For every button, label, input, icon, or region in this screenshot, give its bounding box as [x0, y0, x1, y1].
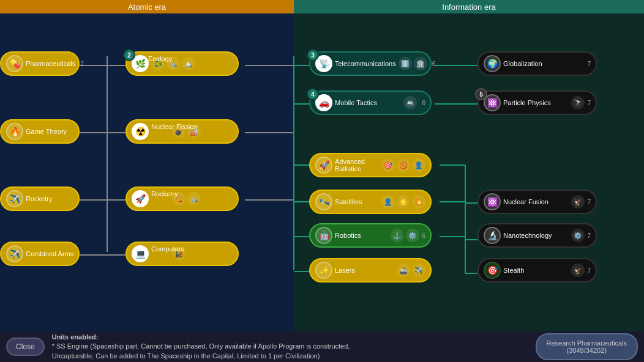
ecology-num: 2 [123, 49, 135, 61]
nanotechnology-icon: 🔬 [484, 227, 501, 244]
research-button[interactable]: Research Pharmaceuticals (3049/34202) [536, 333, 638, 360]
robotics-icon: 🤖 [315, 227, 332, 244]
tech-nanotechnology[interactable]: 🔬 Nanotechnology ⚙️ 7 [477, 223, 597, 248]
tech-particle-physics[interactable]: 5 ⚛️ Particle Physics 🔭 7 [477, 90, 597, 115]
tech-tree-area: 💊 Pharmaceuticals 2 2 🌿 ♻️ ⛰️ 🏔️ Ecology… [0, 13, 644, 331]
game-theory-icon: 🔥 [6, 123, 23, 140]
tech-robotics[interactable]: 🤖 Robotics ⚓ ⚙️ 6 [309, 223, 432, 248]
tech-telecommunications[interactable]: 3 📡 Telecommunications ℹ️ 🏛️ 6 [309, 51, 432, 76]
rocketry-icon: 🚀 [132, 190, 149, 207]
nuclear-fusion-icon: ⚛️ [484, 193, 501, 210]
nuclear-fission-icon: ☢️ [132, 123, 149, 140]
particle-num: 5 [475, 88, 487, 100]
bottom-info-text: Units enabled: * SS Engine (Spaceship pa… [52, 333, 528, 361]
globalization-icon: 🌍 [484, 55, 501, 72]
rocketry-left-icon: ✈️ [6, 190, 23, 207]
computers-icon: 💻 [132, 245, 149, 262]
era-information-header: Information era [294, 0, 644, 13]
combined-arms-icon: ✈️ [6, 245, 23, 262]
tech-nuclear-fission[interactable]: ☢️ Nuclear Fission 💣 🏭 [125, 119, 239, 144]
tech-rocketry[interactable]: 🚀 Rocketry 🏗️ ⛰️ [125, 187, 239, 211]
tech-rocketry-left[interactable]: ✈️ Rocketry [0, 187, 80, 211]
tech-satellites[interactable]: 🛰️ Satellites 👤 🌟 💥 [309, 190, 432, 214]
pharmaceuticals-icon: 💊 [6, 55, 23, 72]
tech-lasers[interactable]: ✨ Lasers 🚢 ✈️ [309, 258, 432, 283]
tech-advanced-ballistics[interactable]: 🚀 Advanced Ballistics 🎯 🚫 👤 [309, 153, 432, 177]
tech-stealth[interactable]: 🎯 Stealth 🦅 7 [477, 258, 597, 283]
advanced-ballistics-icon: 🚀 [315, 157, 332, 174]
tech-game-theory[interactable]: 🔥 Game Theory [0, 119, 80, 144]
mobile-tactics-num: 4 [307, 88, 319, 100]
tech-globalization[interactable]: 🌍 Globalization 7 [477, 51, 597, 76]
satellites-icon: 🛰️ [315, 193, 332, 210]
stealth-icon: 🎯 [484, 262, 501, 279]
tech-pharmaceuticals[interactable]: 💊 Pharmaceuticals 2 [0, 51, 80, 76]
era-atomic-header: Atomic era [0, 0, 294, 13]
lasers-icon: ✨ [315, 262, 332, 279]
tech-ecology[interactable]: 2 🌿 ♻️ ⛰️ 🏔️ Ecology 5 [125, 51, 239, 76]
close-button[interactable]: Close [6, 338, 45, 356]
tech-nuclear-fusion[interactable]: ⚛️ Nuclear Fusion 🦅 7 [477, 190, 597, 214]
tech-mobile-tactics[interactable]: 4 🚗 Mobile Tactics 🚢 6 [309, 90, 432, 115]
tech-computers[interactable]: 💻 Computers 🚂 [125, 242, 239, 266]
bottom-bar: Close Units enabled: * SS Engine (Spaces… [0, 331, 644, 362]
tele-num: 3 [307, 49, 319, 61]
tech-combined-arms[interactable]: ✈️ Combined Arms [0, 242, 80, 266]
